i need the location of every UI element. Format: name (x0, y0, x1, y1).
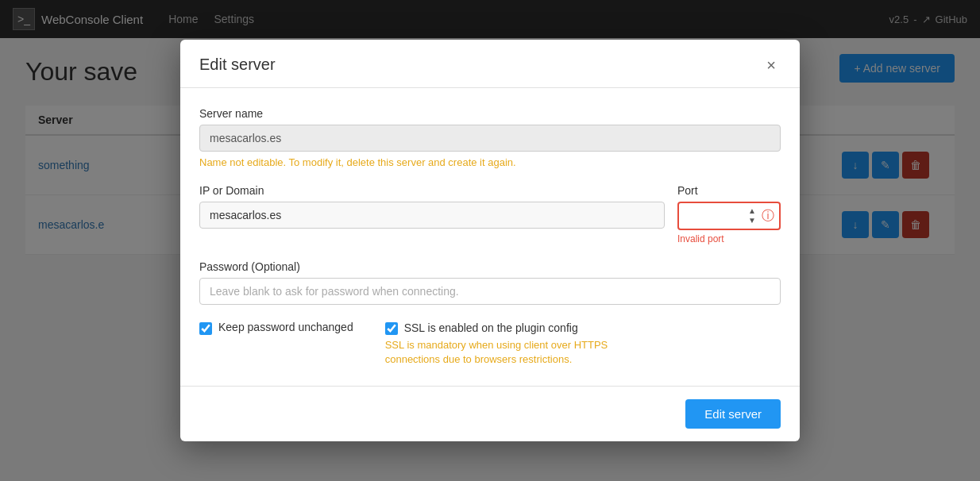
edit-server-button[interactable]: Edit server (685, 399, 781, 429)
port-error-icon: ⓘ (762, 207, 774, 224)
modal-footer: Edit server (180, 386, 800, 441)
port-up-button[interactable]: ▲ (746, 206, 758, 216)
password-input[interactable] (199, 278, 781, 305)
port-down-button[interactable]: ▼ (746, 216, 758, 225)
ssl-label: SSL is enabled on the plugin config (404, 321, 578, 334)
modal-header: Edit server × (180, 40, 800, 88)
port-input-wrap: ▲ ▼ ⓘ (677, 202, 781, 230)
ip-input[interactable] (199, 202, 665, 229)
port-label: Port (677, 184, 781, 197)
server-name-input (199, 125, 781, 152)
app-background: >_ WebConsole Client Home Settings v2.5 … (0, 0, 980, 481)
ip-group: IP or Domain (199, 184, 665, 229)
checkboxes-row: Keep password unchanged SSL is enabled o… (199, 321, 781, 367)
password-group: Password (Optional) (199, 260, 781, 305)
server-name-group: Server name Name not editable. To modify… (199, 107, 781, 168)
port-spinners: ▲ ▼ (746, 206, 758, 225)
ssl-checkbox-row: SSL is enabled on the plugin config (385, 321, 655, 335)
ssl-checkbox[interactable] (385, 322, 398, 335)
ssl-warning: SSL is mandatory when using client over … (385, 338, 655, 367)
ip-label: IP or Domain (199, 184, 665, 197)
port-group: Port ▲ ▼ ⓘ Invalid port (677, 184, 781, 244)
password-label: Password (Optional) (199, 260, 781, 273)
name-warning: Name not editable. To modify it, delete … (199, 156, 781, 168)
modal-title: Edit server (199, 56, 276, 74)
edit-server-modal: Edit server × Server name Name not edita… (180, 40, 800, 441)
keep-password-label: Keep password unchanged (218, 321, 353, 333)
keep-password-checkbox[interactable] (199, 322, 212, 335)
server-name-label: Server name (199, 107, 781, 120)
port-error-text: Invalid port (677, 233, 781, 244)
modal-overlay: Edit server × Server name Name not edita… (0, 0, 980, 481)
ssl-group: SSL is enabled on the plugin config SSL … (385, 321, 655, 367)
keep-password-group: Keep password unchanged (199, 321, 353, 335)
modal-close-button[interactable]: × (762, 56, 781, 75)
ip-port-row: IP or Domain Port ▲ ▼ ⓘ (199, 184, 781, 244)
modal-body: Server name Name not editable. To modify… (180, 88, 800, 386)
